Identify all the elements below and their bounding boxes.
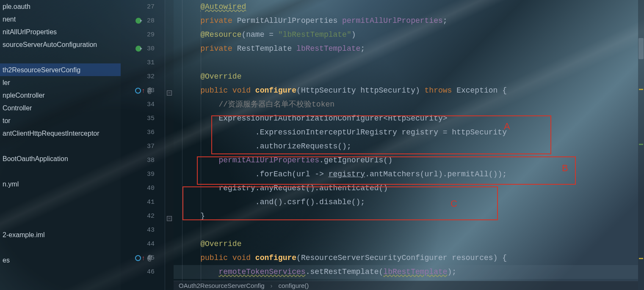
code-token: ); bbox=[448, 265, 457, 279]
code-line[interactable]: @Override bbox=[174, 237, 638, 251]
code-token: registry. bbox=[200, 181, 260, 195]
line-number: 32 bbox=[143, 70, 155, 84]
fold-handle-icon[interactable]: – bbox=[167, 216, 172, 221]
gutter-row: 29 bbox=[121, 28, 165, 42]
fold-column[interactable]: – – bbox=[165, 0, 174, 290]
code-line[interactable]: private PermitAllUrlProperties permitAll… bbox=[174, 14, 638, 28]
override-gutter-icon[interactable] bbox=[135, 255, 141, 261]
tree-item[interactable] bbox=[0, 216, 121, 228]
gutter-row: 39 bbox=[121, 167, 165, 181]
code-token: ( bbox=[379, 265, 384, 279]
code-token: PermitAllUrlProperties bbox=[237, 14, 342, 28]
code-line[interactable]: @Autowired bbox=[174, 0, 638, 14]
tree-item[interactable] bbox=[0, 241, 121, 254]
tree-item[interactable]: nitAllUrlProperties bbox=[0, 25, 121, 38]
gutter-row: 32 bbox=[121, 70, 165, 84]
tree-item[interactable]: tor bbox=[0, 114, 121, 127]
code-token bbox=[200, 98, 218, 112]
code-token: HttpSecurity bbox=[388, 112, 443, 126]
tree-item[interactable] bbox=[0, 190, 121, 203]
fold-handle-icon[interactable]: – bbox=[167, 90, 172, 96]
gutter-row: 30 bbox=[121, 42, 165, 56]
line-number: 46 bbox=[143, 265, 155, 279]
code-line[interactable]: remoteTokenServices.setRestTemplate(lbRe… bbox=[174, 265, 638, 279]
tree-item[interactable]: npleController bbox=[0, 89, 121, 101]
code-token: (). bbox=[274, 195, 287, 209]
breadcrumbs[interactable]: OAuth2ResourceServerConfig › configure() bbox=[174, 281, 638, 290]
line-number: 39 bbox=[143, 167, 155, 181]
code-token: and bbox=[260, 195, 274, 209]
tree-item[interactable] bbox=[0, 203, 121, 216]
code-line[interactable] bbox=[174, 56, 638, 70]
gutter-row: 43 bbox=[121, 223, 165, 237]
code-line[interactable]: public void configure(ResourceServerSecu… bbox=[174, 251, 638, 265]
code-line[interactable]: //资源服务器白名单不校验token bbox=[174, 98, 638, 112]
tree-item[interactable]: BootOauthApplication bbox=[0, 152, 121, 165]
tree-item[interactable]: sourceServerAutoConfiguration bbox=[0, 38, 121, 51]
tree-item[interactable]: antClientHttpRequestInterceptor bbox=[0, 127, 121, 140]
gutter-row: 46 bbox=[121, 265, 165, 279]
line-number: 28 bbox=[143, 14, 155, 28]
code-editor[interactable]: @Autowired private PermitAllUrlPropertie… bbox=[174, 0, 638, 290]
code-token bbox=[200, 112, 218, 126]
gutter-row: 44 bbox=[121, 237, 165, 251]
tree-item[interactable]: n.yml bbox=[0, 178, 121, 190]
line-number: 44 bbox=[143, 237, 155, 251]
code-line[interactable]: permitAllUrlProperties.getIgnoreUrls() bbox=[174, 153, 638, 167]
tree-item[interactable]: nent bbox=[0, 13, 121, 25]
code-line[interactable]: .forEach(url -> registry.antMatchers(url… bbox=[174, 167, 638, 181]
code-token: public void bbox=[200, 84, 251, 98]
code-token: ( bbox=[296, 251, 301, 265]
tree-item[interactable]: ple.oauth bbox=[0, 0, 121, 13]
code-token: () bbox=[379, 181, 388, 195]
scrollbar-thumb[interactable] bbox=[638, 38, 644, 59]
tree-item[interactable]: Controller bbox=[0, 101, 121, 114]
code-line[interactable]: .ExpressionInterceptUrlRegistry registry… bbox=[174, 126, 638, 140]
code-token: registry = httpSecurity bbox=[397, 126, 507, 140]
code-token: (). bbox=[306, 181, 319, 195]
tree-item[interactable]: th2ResourceServerConfig bbox=[0, 63, 121, 76]
run-icon[interactable] bbox=[135, 17, 143, 25]
tree-item[interactable] bbox=[0, 165, 121, 178]
code-token: setRestTemplate bbox=[310, 265, 379, 279]
tree-item[interactable] bbox=[0, 51, 121, 63]
code-token: csrf bbox=[287, 195, 305, 209]
code-token: permitAllUrlProperties bbox=[218, 153, 319, 167]
tree-item[interactable]: 2-example.iml bbox=[0, 228, 121, 241]
tree-item[interactable] bbox=[0, 140, 121, 152]
line-number: 35 bbox=[143, 112, 155, 126]
code-line[interactable]: registry.anyRequest().authenticated() bbox=[174, 181, 638, 195]
code-token: @Resource bbox=[200, 28, 241, 42]
code-token: RestTemplate bbox=[237, 42, 296, 56]
breadcrumb-item[interactable]: configure() bbox=[279, 279, 309, 290]
code-line[interactable]: @Override bbox=[174, 70, 638, 84]
chevron-right-icon: › bbox=[271, 279, 273, 290]
gutter-row: 27 bbox=[121, 0, 165, 14]
run-icon[interactable] bbox=[135, 45, 143, 53]
code-token: . bbox=[200, 126, 260, 140]
code-line[interactable]: ExpressionUrlAuthorizationConfigurer<Htt… bbox=[174, 112, 638, 126]
code-line[interactable]: } bbox=[174, 209, 638, 223]
code-token: configure bbox=[255, 251, 296, 265]
code-line[interactable] bbox=[174, 223, 638, 237]
breadcrumb-item[interactable]: OAuth2ResourceServerConfig bbox=[179, 279, 265, 290]
code-token: (url). bbox=[420, 167, 448, 181]
code-token: ExpressionUrlAuthorizationConfigurer bbox=[218, 112, 383, 126]
tree-item[interactable]: ler bbox=[0, 76, 121, 89]
project-tree[interactable]: ple.oauthnentnitAllUrlPropertiessourceSe… bbox=[0, 0, 121, 290]
scrollbar[interactable] bbox=[638, 0, 644, 290]
code-token bbox=[251, 251, 255, 265]
code-token: ( bbox=[241, 28, 246, 42]
gutter-row: 36 bbox=[121, 126, 165, 140]
override-gutter-icon[interactable] bbox=[135, 88, 141, 94]
code-line[interactable]: public void configure(HttpSecurity httpS… bbox=[174, 84, 638, 98]
code-token: lbRestTemplate bbox=[296, 42, 360, 56]
code-line[interactable]: @Resource(name = "lbRestTemplate") bbox=[174, 28, 638, 42]
code-line[interactable]: private RestTemplate lbRestTemplate; bbox=[174, 42, 638, 56]
tree-item[interactable]: es bbox=[0, 254, 121, 266]
code-token bbox=[232, 14, 237, 28]
code-line[interactable]: .authorizeRequests(); bbox=[174, 140, 638, 153]
code-token: public void bbox=[200, 251, 251, 265]
gutter: 27282930313233↑@343536373839404142434445… bbox=[121, 0, 165, 290]
code-line[interactable]: .and().csrf().disable(); bbox=[174, 195, 638, 209]
